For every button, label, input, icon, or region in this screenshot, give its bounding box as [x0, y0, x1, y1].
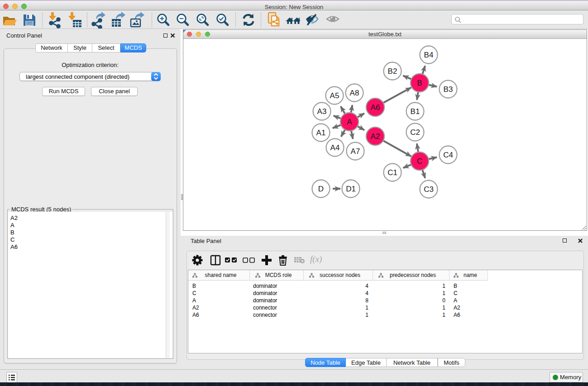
svg-text:A8: A8 — [350, 89, 359, 97]
svg-text:B4: B4 — [424, 51, 434, 59]
svg-text:B2: B2 — [388, 67, 397, 76]
svg-text:A5: A5 — [330, 91, 339, 100]
svg-text:A4: A4 — [330, 143, 340, 152]
svg-text:C2: C2 — [410, 128, 420, 137]
svg-text:C4: C4 — [443, 151, 453, 159]
svg-text:A6: A6 — [371, 103, 380, 112]
svg-text:C3: C3 — [424, 185, 434, 194]
svg-text:A3: A3 — [317, 107, 327, 116]
svg-text:B: B — [417, 79, 422, 87]
svg-text:B3: B3 — [444, 85, 453, 94]
svg-text:A: A — [347, 118, 352, 126]
svg-text:D: D — [318, 185, 324, 193]
svg-text:D1: D1 — [346, 185, 356, 193]
svg-text:C1: C1 — [387, 168, 397, 177]
svg-text:C: C — [417, 157, 422, 166]
svg-text:A2: A2 — [371, 132, 380, 141]
svg-text:A7: A7 — [351, 147, 360, 156]
svg-text:A1: A1 — [316, 129, 326, 137]
svg-text:B1: B1 — [411, 107, 420, 116]
